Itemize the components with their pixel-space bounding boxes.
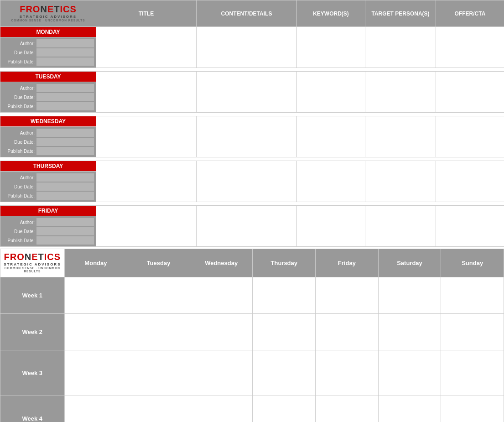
friday-title-cell[interactable] <box>96 206 197 247</box>
wednesday-publishdate-label: Publish Date: <box>1 146 36 156</box>
monday-duedate-label: Due Date: <box>1 48 36 57</box>
week4-tuesday[interactable] <box>127 396 190 422</box>
top-logo: FRONETICS STRATEGIC ADVISORS COMMON SENS… <box>11 4 85 22</box>
friday-meta-cell: Author: Due Date: Publish Date: <box>0 216 96 247</box>
monday-keywords-cell[interactable] <box>297 27 365 68</box>
wednesday-duedate-label: Due Date: <box>1 137 36 146</box>
week3-saturday[interactable] <box>378 350 441 396</box>
week4-saturday[interactable] <box>378 396 441 422</box>
week1-sunday[interactable] <box>441 277 504 314</box>
bottom-logo-subtitle: STRATEGIC ADVISORS <box>3 262 62 266</box>
week4-wednesday[interactable] <box>190 396 253 422</box>
friday-duedate-label: Due Date: <box>1 227 36 236</box>
header-thursday: Thursday <box>253 249 316 277</box>
wednesday-label-row: WEDNESDAY <box>0 116 504 127</box>
wednesday-content-cell[interactable] <box>197 116 297 157</box>
friday-offer-cell[interactable] <box>436 206 504 247</box>
header-tuesday: Tuesday <box>127 249 190 277</box>
thursday-meta-cell: Author: Due Date: Publish Date: <box>0 172 96 202</box>
wednesday-spacer <box>0 157 504 161</box>
tuesday-content-cell[interactable] <box>197 72 297 113</box>
wednesday-keywords-cell[interactable] <box>297 116 365 157</box>
week1-friday[interactable] <box>316 277 379 314</box>
week2-thursday[interactable] <box>253 314 316 350</box>
thursday-content-cell[interactable] <box>197 161 297 202</box>
header-title: TITLE <box>96 0 197 27</box>
tuesday-duedate-label: Due Date: <box>1 93 36 102</box>
content-calendar-table: FRONETICS STRATEGIC ADVISORS COMMON SENS… <box>0 0 504 247</box>
week2-tuesday[interactable] <box>127 314 190 350</box>
tuesday-keywords-cell[interactable] <box>297 72 365 113</box>
week2-friday[interactable] <box>316 314 379 350</box>
week3-tuesday[interactable] <box>127 350 190 396</box>
friday-keywords-cell[interactable] <box>297 206 365 247</box>
thursday-duedate-label: Due Date: <box>1 182 36 191</box>
wednesday-label: WEDNESDAY <box>0 116 96 126</box>
week3-thursday[interactable] <box>253 350 316 396</box>
logo-tagline: COMMON SENSE · UNCOMMON RESULTS <box>11 19 85 22</box>
tuesday-spacer <box>0 113 504 116</box>
week4-sunday[interactable] <box>441 396 504 422</box>
week3-label: Week 3 <box>0 350 65 396</box>
monday-offer-cell[interactable] <box>436 27 504 68</box>
tuesday-author-label: Author: <box>1 83 36 93</box>
week1-thursday[interactable] <box>253 277 316 314</box>
monday-meta-cell: Author: Due Date: Publish Date: <box>0 37 96 68</box>
monday-label: MONDAY <box>0 27 96 37</box>
monday-author-label: Author: <box>1 39 36 48</box>
wednesday-offer-cell[interactable] <box>436 116 504 157</box>
monday-title-cell[interactable] <box>96 27 197 68</box>
bottom-logo: FRONETICS STRATEGIC ADVISORS COMMON SENS… <box>3 252 62 273</box>
header-wednesday: Wednesday <box>190 249 253 277</box>
week3-row: Week 3 <box>0 350 504 396</box>
wednesday-target-cell[interactable] <box>365 116 436 157</box>
monday-target-cell[interactable] <box>365 27 436 68</box>
week1-row: Week 1 <box>0 277 504 314</box>
week3-sunday[interactable] <box>441 350 504 396</box>
week2-monday[interactable] <box>64 314 127 350</box>
wednesday-title-cell[interactable] <box>96 116 197 157</box>
week2-label: Week 2 <box>0 314 65 350</box>
week4-label: Week 4 <box>0 396 65 422</box>
week2-wednesday[interactable] <box>190 314 253 350</box>
week4-row: Week 4 <box>0 396 504 422</box>
tuesday-offer-cell[interactable] <box>436 72 504 113</box>
week3-wednesday[interactable] <box>190 350 253 396</box>
tuesday-label: TUESDAY <box>0 72 96 82</box>
week2-sunday[interactable] <box>441 314 504 350</box>
week3-friday[interactable] <box>316 350 379 396</box>
tuesday-title-cell[interactable] <box>96 72 197 113</box>
tuesday-meta-cell: Author: Due Date: Publish Date: <box>0 82 96 113</box>
monday-content-cell[interactable] <box>197 27 297 68</box>
week1-tuesday[interactable] <box>127 277 190 314</box>
friday-label: FRIDAY <box>0 206 96 216</box>
thursday-publishdate-label: Publish Date: <box>1 191 36 200</box>
friday-target-cell[interactable] <box>365 206 436 247</box>
week2-saturday[interactable] <box>378 314 441 350</box>
week4-thursday[interactable] <box>253 396 316 422</box>
thursday-offer-cell[interactable] <box>436 161 504 202</box>
monday-publishdate-label: Publish Date: <box>1 57 36 66</box>
header-sunday: Sunday <box>441 249 504 277</box>
header-target: TARGET PERSONA(S) <box>365 0 436 27</box>
week1-wednesday[interactable] <box>190 277 253 314</box>
week2-row: Week 2 <box>0 314 504 350</box>
header-saturday: Saturday <box>378 249 441 277</box>
week4-monday[interactable] <box>64 396 127 422</box>
thursday-label-row: THURSDAY <box>0 161 504 172</box>
bottom-logo-brand: FRONETICS <box>3 252 62 262</box>
week1-saturday[interactable] <box>378 277 441 314</box>
week1-monday[interactable] <box>64 277 127 314</box>
thursday-target-cell[interactable] <box>365 161 436 202</box>
tuesday-label-row: TUESDAY <box>0 72 504 82</box>
friday-content-cell[interactable] <box>197 206 297 247</box>
thursday-title-cell[interactable] <box>96 161 197 202</box>
thursday-keywords-cell[interactable] <box>297 161 365 202</box>
friday-publishdate-label: Publish Date: <box>1 236 36 245</box>
top-logo-cell: FRONETICS STRATEGIC ADVISORS COMMON SENS… <box>0 0 96 27</box>
tuesday-target-cell[interactable] <box>365 72 436 113</box>
bottom-logo-cell: FRONETICS STRATEGIC ADVISORS COMMON SENS… <box>0 249 65 277</box>
bottom-logo-tagline: COMMON SENSE · UNCOMMON RESULTS <box>3 266 62 273</box>
week3-monday[interactable] <box>64 350 127 396</box>
week4-friday[interactable] <box>316 396 379 422</box>
